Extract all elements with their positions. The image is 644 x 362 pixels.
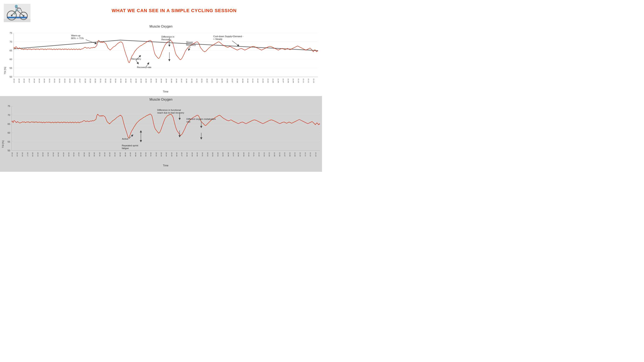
svg-text:Difference in: Difference in bbox=[162, 36, 174, 38]
svg-text:20:31: 20:31 bbox=[100, 78, 102, 83]
svg-text:20:25: 20:25 bbox=[68, 152, 70, 157]
bike-image bbox=[4, 4, 30, 22]
svg-text:21:02: 21:02 bbox=[258, 152, 260, 157]
svg-text:20:21: 20:21 bbox=[47, 152, 49, 157]
svg-text:20:32: 20:32 bbox=[104, 78, 106, 83]
svg-text:60: 60 bbox=[10, 58, 12, 60]
svg-text:21:04: 21:04 bbox=[268, 152, 270, 157]
svg-text:20:21: 20:21 bbox=[49, 78, 50, 83]
svg-text:21:03: 21:03 bbox=[262, 78, 264, 83]
svg-text:20:42: 20:42 bbox=[155, 78, 157, 83]
svg-text:20:41: 20:41 bbox=[150, 78, 152, 83]
svg-text:Time: Time bbox=[163, 164, 168, 167]
chart1-title: Muscle Oxygen bbox=[2, 24, 320, 28]
svg-text:20:46: 20:46 bbox=[176, 78, 178, 83]
svg-text:20:38: 20:38 bbox=[135, 78, 137, 83]
svg-text:20:30: 20:30 bbox=[93, 152, 95, 157]
svg-text:20:57: 20:57 bbox=[231, 78, 233, 83]
svg-text:66% -> 71%: 66% -> 71% bbox=[71, 37, 84, 40]
svg-text:20:24: 20:24 bbox=[63, 152, 64, 157]
svg-text:20:43: 20:43 bbox=[160, 152, 162, 157]
svg-text:20:20: 20:20 bbox=[44, 78, 45, 83]
svg-text:20:51: 20:51 bbox=[202, 152, 204, 157]
svg-text:fatigue: fatigue bbox=[122, 147, 129, 150]
svg-text:20:22: 20:22 bbox=[54, 78, 56, 83]
svg-point-14 bbox=[15, 5, 18, 8]
svg-text:20:59: 20:59 bbox=[242, 78, 244, 83]
svg-text:20:27: 20:27 bbox=[78, 152, 80, 157]
svg-text:20:37: 20:37 bbox=[130, 78, 132, 83]
svg-text:20:55: 20:55 bbox=[222, 152, 224, 157]
svg-text:21:02: 21:02 bbox=[257, 78, 259, 83]
svg-text:20:16: 20:16 bbox=[23, 78, 25, 83]
svg-text:20:54: 20:54 bbox=[216, 78, 218, 83]
svg-text:20:49: 20:49 bbox=[191, 152, 193, 157]
chart2-section: Muscle Oxygen TSI [%] bbox=[0, 96, 322, 172]
svg-text:20:46: 20:46 bbox=[176, 152, 178, 157]
chart2-wrapper: TSI [%] 75 70 65 60 55 50 bbox=[0, 102, 322, 170]
svg-text:60: 60 bbox=[8, 132, 10, 134]
svg-text:20:18: 20:18 bbox=[34, 78, 35, 83]
svg-text:20:56: 20:56 bbox=[228, 152, 229, 157]
svg-text:21:04: 21:04 bbox=[267, 78, 269, 83]
svg-text:20:26: 20:26 bbox=[74, 78, 76, 83]
svg-text:20:56: 20:56 bbox=[226, 78, 228, 83]
svg-line-101 bbox=[136, 60, 138, 63]
svg-text:70: 70 bbox=[10, 40, 12, 43]
svg-text:21:10: 21:10 bbox=[299, 152, 301, 157]
chart1-section: Muscle Oxygen TSI [%] bbox=[0, 24, 322, 94]
divider bbox=[0, 94, 322, 96]
svg-text:21:11: 21:11 bbox=[302, 78, 304, 83]
svg-text:21:06: 21:06 bbox=[277, 78, 279, 83]
svg-text:20:15: 20:15 bbox=[16, 152, 18, 157]
svg-text:55: 55 bbox=[10, 67, 12, 69]
svg-text:20:32: 20:32 bbox=[104, 152, 106, 157]
svg-line-115 bbox=[232, 41, 238, 46]
svg-text:21:13: 21:13 bbox=[313, 78, 315, 83]
svg-text:20:47: 20:47 bbox=[181, 152, 183, 157]
svg-text:21:09: 21:09 bbox=[292, 78, 294, 83]
svg-text:Active: Active bbox=[122, 138, 128, 140]
svg-text:20:28: 20:28 bbox=[83, 152, 85, 157]
svg-text:20:48: 20:48 bbox=[186, 78, 188, 83]
svg-text:75: 75 bbox=[8, 105, 10, 108]
svg-text:20:40: 20:40 bbox=[145, 152, 147, 157]
svg-text:Cool-down Supply=Demand -: Cool-down Supply=Demand - bbox=[213, 35, 243, 38]
svg-text:20:52: 20:52 bbox=[207, 152, 208, 157]
svg-text:rate: rate bbox=[186, 121, 190, 123]
svg-text:20:59: 20:59 bbox=[243, 152, 245, 157]
svg-text:Recovery: Recovery bbox=[162, 38, 171, 41]
svg-text:Recovery-rate: Recovery-rate bbox=[137, 66, 152, 68]
svg-text:20:29: 20:29 bbox=[89, 78, 91, 83]
svg-text:20:54: 20:54 bbox=[217, 152, 219, 157]
svg-text:20:31: 20:31 bbox=[99, 152, 101, 157]
svg-text:65: 65 bbox=[10, 49, 12, 52]
svg-text:21:08: 21:08 bbox=[287, 78, 289, 83]
svg-text:20:50: 20:50 bbox=[196, 152, 198, 157]
chart2-svg: TSI [%] 75 70 65 60 55 50 bbox=[0, 102, 322, 170]
page: WHAT WE CAN SEE IN A SIMPLE CYCLING SESS… bbox=[0, 0, 322, 172]
svg-text:55: 55 bbox=[8, 140, 10, 143]
header: WHAT WE CAN SEE IN A SIMPLE CYCLING SESS… bbox=[0, 0, 322, 22]
svg-text:20:44: 20:44 bbox=[166, 152, 167, 157]
svg-text:20:19: 20:19 bbox=[37, 152, 39, 157]
svg-text:50: 50 bbox=[10, 76, 12, 78]
svg-line-11 bbox=[18, 8, 20, 8]
svg-text:Warm-up: Warm-up bbox=[71, 34, 80, 37]
svg-text:20:16: 20:16 bbox=[22, 152, 24, 157]
svg-text:21:12: 21:12 bbox=[308, 78, 310, 83]
svg-text:21:05: 21:05 bbox=[274, 152, 276, 157]
svg-text:20:43: 20:43 bbox=[160, 78, 162, 83]
svg-text:20:30: 20:30 bbox=[94, 78, 96, 83]
svg-text:65: 65 bbox=[8, 123, 10, 125]
svg-text:TSI [%]: TSI [%] bbox=[2, 140, 4, 148]
svg-text:20:25: 20:25 bbox=[69, 78, 71, 83]
svg-text:20:39: 20:39 bbox=[140, 78, 142, 83]
svg-text:20:47: 20:47 bbox=[181, 78, 182, 83]
svg-text:20:58: 20:58 bbox=[238, 152, 239, 157]
svg-line-15 bbox=[16, 8, 16, 10]
svg-text:20:41: 20:41 bbox=[150, 152, 152, 157]
svg-text:20:24: 20:24 bbox=[64, 78, 66, 83]
svg-text:20:14: 20:14 bbox=[13, 78, 15, 83]
svg-text:21:08: 21:08 bbox=[289, 152, 291, 157]
